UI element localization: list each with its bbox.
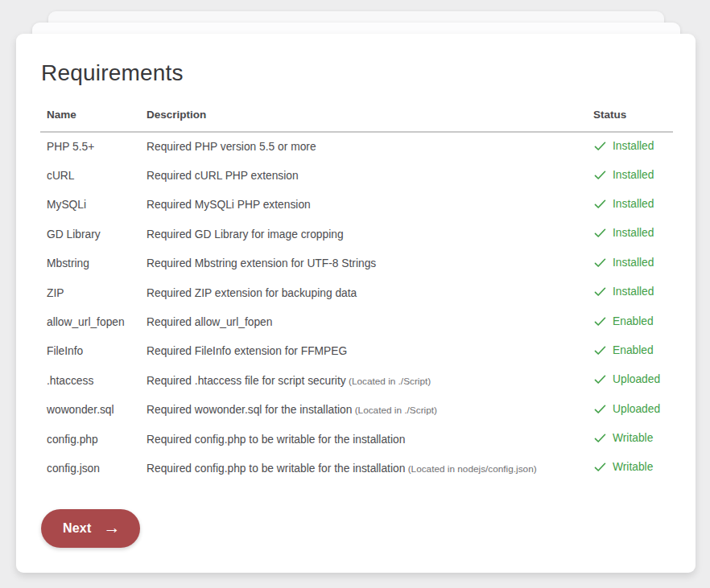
check-icon (593, 168, 607, 182)
requirement-status: Installed (593, 132, 673, 161)
requirement-name: allow_url_fopen (40, 307, 147, 336)
check-icon (593, 285, 607, 298)
requirements-table: Name Description Status PHP 5.5+Required… (40, 109, 673, 483)
check-icon (593, 402, 607, 416)
check-icon (593, 226, 607, 240)
requirement-name: config.php (40, 425, 147, 454)
status-label: Enabled (613, 315, 654, 327)
requirement-status: Uploaded (593, 396, 673, 425)
check-icon (593, 256, 607, 269)
table-row: ZIPRequired ZIP extension for backuping … (40, 278, 673, 307)
requirement-name: ZIP (40, 278, 147, 307)
next-button-label: Next (63, 521, 91, 536)
status-label: Installed (613, 257, 654, 269)
requirement-description: Required MySQLi PHP extension (147, 191, 593, 220)
requirement-description: Required ZIP extension for backuping dat… (147, 278, 593, 307)
status-label: Writable (613, 432, 653, 444)
requirement-description: Required config.php to be writable for t… (147, 425, 593, 454)
check-icon (593, 139, 607, 153)
requirement-status: Writable (593, 454, 673, 483)
requirement-status: Enabled (593, 307, 673, 336)
requirement-name: GD Library (40, 220, 147, 249)
status-label: Enabled (613, 344, 654, 356)
check-icon (593, 197, 607, 211)
table-row: GD LibraryRequired GD Library for image … (40, 220, 673, 249)
requirement-name: MySQLi (40, 191, 147, 220)
requirement-name: .htaccess (40, 366, 147, 395)
column-header-name: Name (40, 109, 147, 132)
table-row: wowonder.sqlRequired wowonder.sql for th… (40, 396, 673, 425)
requirement-status: Writable (593, 425, 673, 454)
requirement-name: cURL (40, 161, 147, 190)
column-header-description: Description (147, 109, 593, 132)
table-row: MbstringRequired Mbstring extension for … (40, 249, 673, 278)
table-row: FileInfoRequired FileInfo extension for … (40, 337, 673, 366)
check-icon (593, 372, 607, 386)
requirement-status: Installed (593, 249, 673, 278)
requirement-location-note: (Located in ./Script) (352, 405, 437, 416)
status-label: Installed (613, 227, 654, 239)
requirement-description: Required FileInfo extension for FFMPEG (147, 337, 593, 366)
requirement-location-note: (Located in ./Script) (346, 376, 431, 387)
requirement-description: Required GD Library for image cropping (147, 220, 593, 249)
table-header: Name Description Status (40, 109, 673, 132)
requirement-status: Installed (593, 191, 673, 220)
requirement-location-note: (Located in nodejs/config.json) (405, 463, 536, 475)
table-row: config.jsonRequired config.php to be wri… (40, 454, 673, 483)
requirement-description: Required Mbstring extension for UTF-8 St… (147, 249, 593, 278)
requirement-status: Installed (593, 161, 673, 190)
requirement-name: PHP 5.5+ (40, 132, 147, 161)
column-header-status: Status (593, 109, 673, 132)
check-icon (593, 431, 607, 445)
table-row: config.phpRequired config.php to be writ… (40, 425, 673, 454)
requirement-name: FileInfo (40, 337, 147, 366)
requirement-name: Mbstring (40, 249, 147, 278)
table-row: PHP 5.5+Required PHP version 5.5 or more… (40, 132, 673, 161)
next-button[interactable]: Next → (41, 509, 140, 548)
requirement-description: Required wowonder.sql for the installati… (147, 396, 593, 425)
status-label: Installed (613, 169, 654, 181)
status-label: Installed (613, 140, 654, 152)
table-row: cURLRequired cURL PHP extensionInstalled (40, 161, 673, 190)
status-label: Writable (613, 461, 653, 473)
requirement-description: Required PHP version 5.5 or more (147, 132, 593, 161)
status-label: Installed (613, 198, 654, 210)
requirement-name: config.json (40, 454, 147, 483)
table-row: allow_url_fopenRequired allow_url_fopenE… (40, 307, 673, 336)
requirement-description: Required cURL PHP extension (147, 161, 593, 190)
requirement-description: Required allow_url_fopen (147, 307, 593, 336)
check-icon (593, 343, 607, 357)
requirement-description: Required .htaccess file for script secur… (147, 366, 593, 395)
requirement-status: Enabled (593, 337, 673, 366)
requirement-description: Required config.php to be writable for t… (147, 454, 593, 483)
page-title: Requirements (41, 60, 673, 86)
check-icon (593, 460, 607, 474)
page-background: { "title": "Requirements", "table": { "c… (0, 0, 710, 588)
requirements-table-body: PHP 5.5+Required PHP version 5.5 or more… (40, 132, 673, 483)
requirement-status: Uploaded (593, 366, 673, 395)
check-icon (593, 315, 607, 328)
table-row: MySQLiRequired MySQLi PHP extensionInsta… (40, 191, 673, 220)
table-row: .htaccessRequired .htaccess file for scr… (40, 366, 673, 395)
requirement-status: Installed (593, 278, 673, 307)
requirement-name: wowonder.sql (40, 396, 147, 425)
arrow-right-icon: → (103, 519, 120, 536)
requirement-status: Installed (593, 220, 673, 249)
requirements-card: Requirements Name Description Status PHP… (16, 34, 696, 573)
status-label: Uploaded (613, 373, 660, 385)
status-label: Uploaded (613, 403, 660, 415)
status-label: Installed (613, 286, 654, 298)
